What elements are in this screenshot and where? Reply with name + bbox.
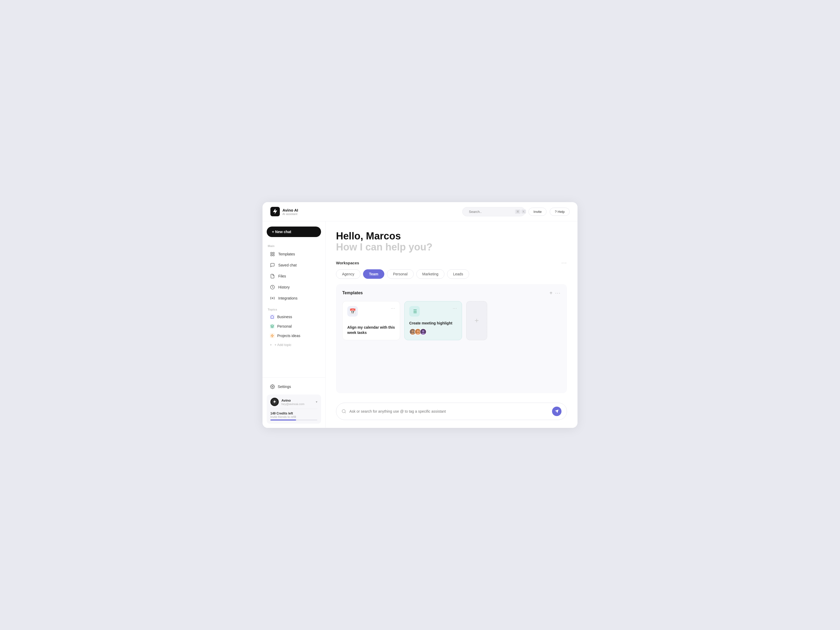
brand-name: Avino AI [283, 208, 298, 212]
add-template-card[interactable]: + [466, 301, 487, 341]
workspace-tab-personal[interactable]: Personal [387, 269, 414, 279]
workspace-tab-agency[interactable]: Agency [336, 269, 360, 279]
user-name: Avino [281, 398, 313, 403]
topic-projects-ideas[interactable]: Projects ideas [265, 331, 323, 340]
greeting-hello: Hello, Marcos [336, 231, 567, 242]
svg-point-8 [272, 298, 273, 299]
integrations-icon [270, 295, 275, 301]
sidebar: + New chat Main Templates Saved chat Fil… [262, 221, 325, 428]
add-topic-label: + Add topic [275, 343, 292, 347]
svg-rect-5 [271, 255, 272, 256]
templates-section-title: Templates [342, 291, 363, 295]
sidebar-item-files[interactable]: Files [265, 271, 323, 281]
svg-point-25 [422, 330, 424, 332]
search-input[interactable] [469, 210, 513, 214]
brand-logo-icon [270, 207, 280, 216]
chat-search-icon [341, 409, 346, 414]
send-icon [555, 409, 559, 414]
avatar-3 [420, 328, 426, 335]
topics-section-label: Topics [262, 306, 325, 312]
add-template-button[interactable]: + [549, 291, 553, 295]
topic-business-label: Business [277, 315, 292, 319]
template-card-title-calendar: Align my calendar with this week tasks [347, 325, 395, 335]
add-template-card-icon: + [475, 316, 479, 325]
svg-point-19 [412, 330, 414, 332]
svg-line-28 [345, 412, 346, 413]
chat-input-area [336, 403, 567, 420]
template-meeting-menu-icon[interactable]: ··· [453, 306, 457, 311]
greeting-sub: How I can help you? [336, 242, 567, 253]
credits-bar-fill [270, 420, 296, 420]
sidebar-bottom: Settings Avino hey@avinoai.com [262, 377, 325, 428]
workspaces-more-button[interactable]: ··· [562, 260, 567, 266]
k-key: K [521, 210, 526, 214]
sidebar-item-history[interactable]: History [265, 282, 323, 292]
credits-sub: Invite friends to refill [270, 415, 317, 418]
svg-rect-4 [273, 252, 274, 254]
search-bar[interactable]: ⌘ K [462, 207, 525, 216]
new-chat-button[interactable]: + New chat [267, 227, 321, 237]
workspaces-title: Workspaces [336, 261, 359, 265]
integrations-label: Integrations [278, 296, 297, 300]
svg-rect-6 [273, 255, 274, 256]
templates-more-button[interactable]: ··· [555, 291, 561, 296]
add-topic-icon: + [270, 343, 272, 347]
templates-icon [270, 251, 275, 257]
settings-icon [270, 384, 275, 389]
templates-grid: 📅 ··· Align my calendar with this week t… [342, 301, 561, 341]
workspace-tab-leads[interactable]: Leads [447, 269, 469, 279]
topic-projects-ideas-label: Projects ideas [277, 334, 300, 338]
topic-personal-label: Personal [277, 324, 292, 328]
chevron-down-icon[interactable]: ▾ [316, 400, 317, 404]
svg-point-22 [417, 330, 419, 332]
main-content: Hello, Marcos How I can help you? Worksp… [325, 221, 578, 428]
add-topic-button[interactable]: + + Add topic [265, 341, 323, 349]
workspace-tabs: Agency Team Personal Marketing Leads [336, 269, 567, 279]
sidebar-item-settings[interactable]: Settings [267, 382, 321, 392]
template-card-title-meeting: Create meeting highlight [409, 321, 457, 326]
history-icon [270, 284, 275, 290]
help-button[interactable]: ? Help [549, 208, 570, 216]
greeting-section: Hello, Marcos How I can help you? [336, 231, 567, 253]
svg-point-27 [342, 409, 345, 413]
user-card: Avino hey@avinoai.com ▾ 149 Credits left… [267, 395, 321, 424]
brand: Avino AI AI assistant [270, 207, 298, 216]
avatar [270, 398, 279, 406]
main-section-label: Main [262, 242, 325, 249]
meeting-icon [409, 306, 420, 317]
template-menu-icon[interactable]: ··· [391, 306, 395, 311]
topic-personal[interactable]: Personal [265, 322, 323, 331]
template-card-calendar[interactable]: 📅 ··· Align my calendar with this week t… [342, 301, 400, 341]
user-email: hey@avinoai.com [281, 403, 313, 406]
svg-marker-9 [271, 334, 274, 337]
history-label: History [278, 285, 290, 289]
workspace-tab-team[interactable]: Team [363, 269, 385, 279]
credits-bar [270, 420, 317, 420]
calendar-icon: 📅 [347, 306, 358, 317]
sidebar-item-saved-chat[interactable]: Saved chat [265, 260, 323, 270]
invite-button[interactable]: Invite [528, 208, 546, 216]
template-card-meeting[interactable]: ··· Create meeting highlight [404, 301, 462, 341]
svg-point-10 [272, 386, 273, 387]
templates-label: Templates [278, 252, 295, 256]
workspace-tab-marketing[interactable]: Marketing [416, 269, 444, 279]
topic-business[interactable]: Business [265, 313, 323, 321]
workspaces-section: Workspaces ··· Agency Team Personal Mark… [336, 260, 567, 279]
template-card-avatars [409, 328, 457, 335]
credits-row: 149 Credits left Invite friends to refil… [270, 409, 317, 420]
files-icon [270, 273, 275, 279]
app-shell: Avino AI AI assistant ⌘ K Invite ? Help … [262, 202, 578, 428]
cmd-key: ⌘ [515, 210, 521, 214]
chat-input[interactable] [349, 409, 549, 414]
sidebar-item-templates[interactable]: Templates [265, 249, 323, 259]
top-bar-right: ⌘ K Invite ? Help [462, 207, 570, 216]
sidebar-item-integrations[interactable]: Integrations [265, 293, 323, 303]
credits-label: 149 Credits left [270, 412, 317, 415]
templates-card: Templates + ··· 📅 ··· Align my calendar … [336, 284, 567, 393]
files-label: Files [278, 274, 286, 278]
body: + New chat Main Templates Saved chat Fil… [262, 221, 578, 428]
settings-label: Settings [278, 385, 291, 389]
send-button[interactable] [552, 407, 562, 416]
top-bar: Avino AI AI assistant ⌘ K Invite ? Help [262, 202, 578, 221]
saved-chat-label: Saved chat [278, 263, 297, 267]
